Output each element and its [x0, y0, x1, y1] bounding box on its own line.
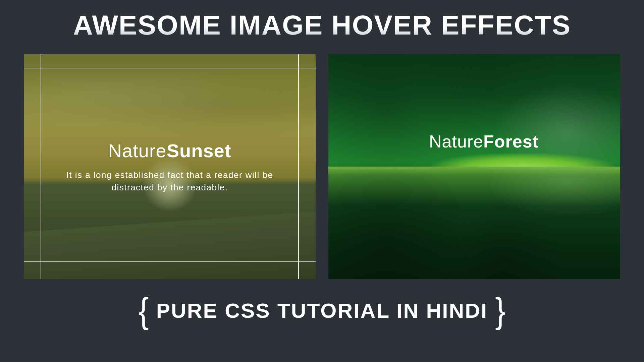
forest-title-bold: Forest	[483, 132, 539, 151]
page-title: AWESOME IMAGE HOVER EFFECTS	[73, 9, 571, 41]
sunset-title: NatureSunset	[108, 140, 231, 162]
cards-row: NatureSunset It is a long established fa…	[24, 54, 620, 279]
forest-title: NatureForest	[429, 131, 539, 152]
footer-text: PURE CSS TUTORIAL IN HINDI	[156, 299, 488, 322]
forest-caption: NatureForest	[328, 54, 620, 279]
right-brace-icon: }	[495, 293, 505, 328]
card-sunset[interactable]: NatureSunset It is a long established fa…	[24, 54, 316, 279]
sunset-description: It is a long established fact that a rea…	[64, 169, 275, 193]
sunset-title-light: Nature	[108, 140, 167, 161]
card-forest[interactable]: NatureForest	[328, 54, 620, 279]
sunset-title-bold: Sunset	[167, 140, 231, 161]
left-brace-icon: {	[139, 293, 149, 328]
footer: { PURE CSS TUTORIAL IN HINDI }	[139, 295, 505, 326]
sunset-caption: NatureSunset It is a long established fa…	[24, 54, 316, 279]
forest-title-light: Nature	[429, 132, 483, 151]
